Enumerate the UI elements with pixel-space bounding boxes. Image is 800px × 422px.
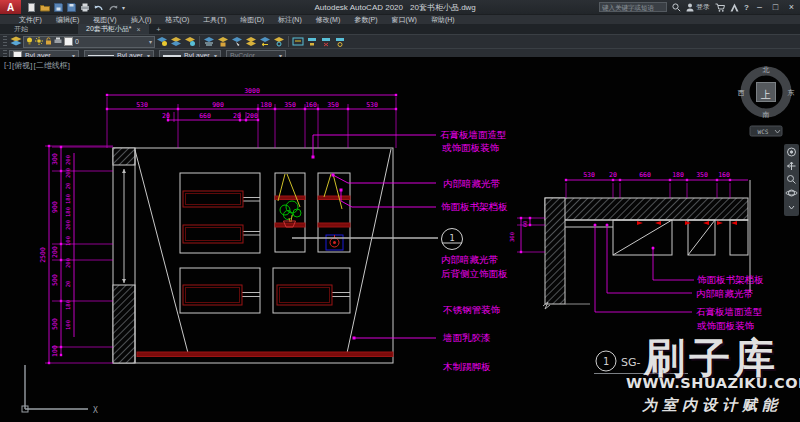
menu-parametric[interactable]: 参数(P)	[347, 15, 384, 24]
layer-unlock-icon[interactable]	[45, 37, 52, 46]
app-title: Autodesk AutoCAD 2020	[315, 3, 404, 12]
menu-help[interactable]: 帮助(H)	[424, 15, 462, 24]
callout-r-gypsum-2: 或饰面板装饰	[697, 320, 755, 331]
window-title: Autodesk AutoCAD 2020 20套书柜小品.dwg	[315, 0, 476, 14]
menu-file[interactable]: 文件(F)	[12, 15, 49, 24]
callout-steel-tube: 不锈钢管装饰	[443, 304, 501, 315]
menu-edit[interactable]: 编辑(E)	[49, 15, 86, 24]
dim-width-4: 350	[284, 101, 296, 109]
autocad-logo-icon[interactable]: A	[0, 0, 21, 14]
section-marker-number: 1	[449, 233, 454, 243]
viewcube-north[interactable]: 北	[763, 66, 770, 74]
open-folder-icon[interactable]	[40, 3, 50, 12]
dim-sub-4: 200	[246, 112, 258, 120]
model-space-canvas[interactable]: [-] [俯视] [二维线框]	[0, 57, 800, 422]
section-red-arrows	[637, 221, 737, 225]
menu-window[interactable]: 窗口(W)	[385, 15, 424, 24]
callout-gypsum-1: 石膏板墙面造型	[440, 129, 507, 140]
menu-tools[interactable]: 工具(T)	[196, 15, 233, 24]
layer-previous-button[interactable]	[258, 36, 272, 48]
viewcube-top-face[interactable]: 上	[760, 89, 771, 100]
dim-width-6: 350	[327, 101, 339, 109]
titlebar-right-cluster: 登录 ? – □ ×	[599, 0, 800, 14]
layer-dropdown[interactable]: 0 ▾	[23, 36, 155, 48]
toolbar-grip[interactable]	[3, 36, 7, 47]
close-button[interactable]: ×	[786, 0, 797, 14]
layer-on-bulb-icon[interactable]	[26, 37, 33, 46]
callouts-left: 石膏板墙面造型 或饰面板装饰 内部暗藏光带 饰面板书架档板 内部暗藏光带 后背侧…	[440, 129, 508, 372]
dim-hsub-8: 200	[65, 258, 71, 268]
toolbar-separator	[288, 36, 289, 47]
dim-width-2: 900	[212, 101, 224, 109]
signin-label[interactable]: 登录	[696, 2, 710, 12]
menu-insert[interactable]: 插入(I)	[124, 15, 159, 24]
make-current-button[interactable]	[230, 36, 244, 48]
title-bar: A ▾ Autodesk AutoCAD 2020 20套书柜小品.dwg 登录…	[0, 0, 800, 14]
help-icon[interactable]: ?	[744, 3, 749, 12]
layer-settings-button[interactable]	[333, 36, 347, 48]
dim-width-total: 3000	[244, 87, 260, 95]
layer-delete-button[interactable]	[319, 36, 333, 48]
tab-current-drawing[interactable]: 20套书柜小品* ×	[78, 24, 149, 34]
new-tab-button[interactable]: +	[153, 24, 165, 34]
restore-button[interactable]: □	[770, 0, 781, 14]
menu-modify[interactable]: 修改(M)	[309, 15, 348, 24]
layer-name[interactable]: 0	[75, 38, 79, 45]
dim-sub-1: 20	[162, 112, 170, 120]
navigation-bar[interactable]	[784, 144, 799, 216]
dim-hsub-10: 180	[65, 300, 71, 310]
undo-icon[interactable]	[94, 3, 104, 12]
layer-merge-button[interactable]	[305, 36, 319, 48]
menu-draw[interactable]: 绘图(D)	[233, 15, 271, 24]
dim-height-5: 500	[51, 318, 59, 330]
layer-color-swatch[interactable]	[64, 37, 73, 46]
minimize-button[interactable]: –	[754, 0, 765, 14]
viewcube-south[interactable]: 南	[763, 111, 770, 119]
save-as-icon[interactable]	[67, 3, 76, 12]
tab-close-icon[interactable]: ×	[137, 26, 141, 33]
callout-back-panel: 后背侧立饰面板	[441, 268, 508, 279]
layer-dropdown-caret-icon[interactable]: ▾	[149, 39, 152, 45]
elevation-linework	[113, 148, 393, 363]
match-layer-button[interactable]	[244, 36, 258, 48]
dim-sub-2: 660	[199, 112, 211, 120]
callout-shelf-panel: 饰面板书架档板	[441, 201, 508, 212]
viewcube-west[interactable]: 西	[738, 89, 745, 97]
layer-unisolate-button[interactable]	[183, 36, 197, 48]
quick-access-toolbar: ▾	[27, 3, 125, 12]
menu-dimension[interactable]: 标注(N)	[271, 15, 309, 24]
layer-isolate-button[interactable]	[169, 36, 183, 48]
layer-match-properties-button[interactable]	[291, 36, 305, 48]
menu-view[interactable]: 视图(V)	[86, 15, 123, 24]
dim-height-6: 100	[51, 345, 59, 357]
tab-start[interactable]: 开始	[6, 24, 36, 34]
dim-hsub-2: 200	[65, 168, 71, 178]
autodesk-exchange-icon[interactable]	[730, 3, 739, 12]
viewcube-east[interactable]: 东	[788, 89, 795, 97]
menu-bar: 文件(F) 编辑(E) 视图(V) 插入(I) 格式(O) 工具(T) 绘图(D…	[0, 14, 800, 24]
layer-plot-icon[interactable]	[54, 37, 62, 46]
signin-user-icon[interactable]: 登录	[686, 2, 710, 12]
layer-off-button[interactable]	[155, 36, 169, 48]
menu-format[interactable]: 格式(O)	[158, 15, 196, 24]
layer-thaw-sun-icon[interactable]	[35, 37, 43, 46]
app-store-cart-icon[interactable]	[715, 3, 725, 12]
dim-hsub-11: 100	[65, 320, 71, 330]
tab-label[interactable]: 20套书柜小品*	[86, 24, 132, 34]
qat-customize-caret-icon[interactable]: ▾	[122, 4, 125, 11]
sec-dim-3: 660	[639, 171, 651, 179]
new-file-icon[interactable]	[27, 3, 36, 12]
layer-lock-button[interactable]	[216, 36, 230, 48]
redo-icon[interactable]	[108, 3, 118, 12]
save-icon[interactable]	[54, 3, 63, 12]
layer-walk-button[interactable]	[272, 36, 286, 48]
detail-title-number: 1	[603, 356, 609, 367]
layer-properties-button[interactable]	[9, 36, 23, 48]
viewcube[interactable]: 上 北 南 西 东 WCS	[738, 66, 795, 136]
plot-icon[interactable]	[80, 3, 90, 12]
wcs-dropdown[interactable]: WCS	[758, 128, 769, 135]
search-input[interactable]	[599, 2, 667, 12]
watermark-site: WWW.SHUAZIKU.COM	[626, 375, 800, 391]
search-icon[interactable]	[672, 3, 681, 12]
layer-freeze-button[interactable]	[202, 36, 216, 48]
